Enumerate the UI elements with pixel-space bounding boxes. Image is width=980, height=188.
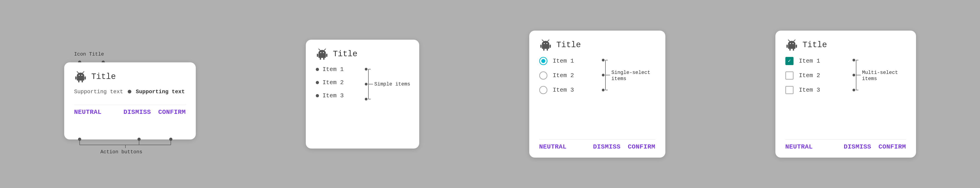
list-item: Item 3 — [316, 92, 368, 99]
card3-title: Title — [557, 40, 581, 50]
item1-label: Item 1 — [323, 66, 344, 73]
svg-point-44 — [544, 43, 545, 44]
list-item: Item 2 — [316, 79, 368, 86]
radio-label-3: Item 3 — [553, 87, 574, 94]
item3-label: Item 3 — [323, 92, 344, 99]
svg-point-58 — [602, 74, 605, 76]
radio-item-3[interactable]: Item 3 — [539, 86, 601, 94]
svg-rect-67 — [788, 45, 795, 49]
card2-header: Title — [316, 48, 409, 61]
android-icon-1 — [74, 70, 87, 83]
radio-1[interactable] — [539, 57, 547, 65]
card1-supporting-row: Supporting text Supporting text — [74, 89, 186, 95]
card3-confirm-button[interactable]: CONFIRM — [628, 143, 655, 150]
svg-text:items: items — [611, 76, 626, 82]
card2-wrapper: Title Item 1 Item 2 Item 3 — [306, 40, 419, 148]
radio-item-1[interactable]: Item 1 — [539, 57, 601, 65]
radio-item-2[interactable]: Item 2 — [539, 72, 601, 80]
svg-rect-9 — [77, 76, 84, 81]
card4-items-area: ✓ Item 1 Item 2 Item 3 — [785, 57, 906, 138]
card4-title: Title — [803, 40, 827, 50]
svg-rect-48 — [542, 45, 549, 49]
card4-wrapper: Title ✓ Item 1 Item 2 — [775, 30, 916, 158]
svg-line-46 — [542, 40, 543, 41]
svg-point-63 — [790, 43, 791, 44]
radio-inner-1 — [541, 59, 545, 63]
svg-rect-10 — [75, 76, 76, 80]
svg-point-5 — [78, 75, 80, 76]
checkmark-1: ✓ — [788, 58, 791, 64]
card4-items-list: ✓ Item 1 Item 2 Item 3 — [785, 57, 851, 94]
svg-line-7 — [77, 72, 78, 73]
android-icon-3 — [539, 39, 552, 51]
svg-point-26 — [320, 52, 321, 53]
svg-rect-33 — [320, 57, 321, 60]
item2-dot — [316, 81, 319, 84]
list-item: Item 1 — [316, 66, 368, 73]
card3-actions: NEUTRAL DISMISS CONFIRM — [539, 142, 655, 150]
svg-rect-12 — [78, 80, 80, 82]
svg-point-41 — [365, 98, 368, 100]
svg-rect-69 — [795, 45, 797, 48]
svg-point-57 — [602, 59, 605, 61]
item3-dot — [316, 94, 319, 97]
supporting-dot — [128, 90, 131, 94]
svg-line-65 — [788, 40, 789, 41]
checkbox-item-1[interactable]: ✓ Item 1 — [785, 57, 851, 65]
card1-dismiss-button[interactable]: DISMISS — [123, 108, 151, 116]
radio-2[interactable] — [539, 72, 547, 80]
dialog-card-1: Title Supporting text Supporting text NE… — [64, 62, 196, 139]
card3-dismiss-button[interactable]: DISMISS — [593, 143, 620, 150]
checkbox-3[interactable] — [785, 86, 794, 94]
card3-items-area: Item 1 Item 2 Item 3 — [539, 57, 655, 138]
svg-text:Multi-select: Multi-select — [862, 70, 898, 75]
svg-rect-32 — [326, 54, 327, 57]
item1-dot — [316, 68, 319, 71]
svg-line-28 — [318, 49, 320, 50]
card3-neutral-button[interactable]: NEUTRAL — [539, 143, 567, 150]
svg-point-78 — [853, 89, 855, 91]
card1-actions: NEUTRAL DISMISS CONFIRM — [74, 107, 186, 116]
diagram-container: Icon Title — [14, 9, 966, 179]
android-icon-4 — [785, 39, 798, 51]
card2-bracket-svg: Simple items — [366, 66, 412, 102]
radio-3[interactable] — [539, 86, 547, 94]
card1-wrapper: Icon Title — [64, 62, 196, 139]
card2-items-area: Item 1 Item 2 Item 3 — [316, 66, 409, 99]
svg-line-66 — [794, 40, 795, 41]
card4-dismiss-button[interactable]: DISMISS — [844, 143, 871, 150]
card1-confirm-button[interactable]: CONFIRM — [158, 108, 186, 116]
svg-text:Single-select: Single-select — [611, 70, 651, 75]
card3-items-list: Item 1 Item 2 Item 3 — [539, 57, 601, 94]
card1-title: Title — [91, 72, 116, 81]
card2-title: Title — [333, 49, 358, 59]
card4-confirm-button[interactable]: CONFIRM — [878, 143, 906, 150]
checkbox-item-2[interactable]: Item 2 — [785, 72, 851, 80]
card3-divider — [539, 139, 655, 140]
svg-point-76 — [853, 59, 855, 61]
checkbox-1[interactable]: ✓ — [785, 57, 794, 65]
svg-line-8 — [83, 72, 84, 73]
svg-text:Simple items: Simple items — [374, 81, 410, 87]
radio-label-1: Item 1 — [553, 57, 574, 64]
svg-rect-52 — [546, 49, 548, 51]
dialog-card-2: Title Item 1 Item 2 Item 3 — [306, 40, 419, 148]
action-buttons-label: Action buttons — [100, 149, 142, 155]
checkbox-item-3[interactable]: Item 3 — [785, 86, 851, 94]
card4-neutral-button[interactable]: NEUTRAL — [785, 143, 813, 150]
svg-rect-49 — [540, 45, 541, 48]
card1-right-actions: DISMISS CONFIRM — [123, 108, 186, 116]
item2-label: Item 2 — [323, 79, 344, 86]
checkbox-2[interactable] — [785, 72, 794, 80]
svg-point-6 — [81, 75, 82, 76]
svg-text:items: items — [862, 76, 877, 82]
checkbox-label-1: Item 1 — [799, 57, 820, 64]
annot-icon-title: Icon Title — [74, 51, 104, 57]
card1-neutral-button[interactable]: NEUTRAL — [74, 108, 102, 116]
svg-rect-71 — [792, 49, 794, 51]
svg-line-47 — [547, 40, 549, 41]
svg-point-59 — [602, 89, 605, 91]
svg-rect-31 — [317, 54, 318, 57]
dialog-card-4: Title ✓ Item 1 Item 2 — [775, 30, 916, 158]
card4-header: Title — [785, 39, 906, 51]
